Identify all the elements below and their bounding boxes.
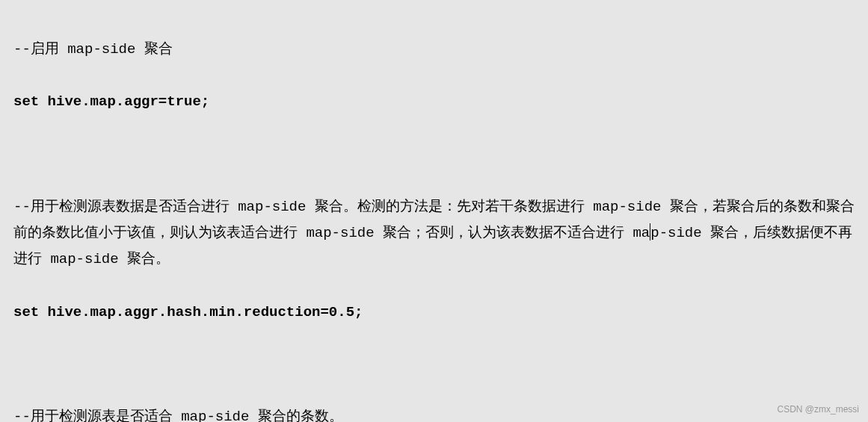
comment-text-after-cursor: p: [650, 225, 659, 241]
config-line-1: set hive.map.aggr=true;: [13, 89, 855, 115]
config-line-2: set hive.map.aggr.hash.min.reduction=0.5…: [13, 300, 855, 326]
blank-line: [13, 352, 855, 378]
watermark-text: CSDN @zmx_messi: [777, 401, 859, 418]
text-cursor: [650, 223, 650, 241]
comment-line-2: --用于检测源表数据是否适合进行 map-side 聚合。检测的方法是：先对若干…: [13, 194, 855, 273]
comment-line-3: --用于检测源表是否适合 map-side 聚合的条数。: [13, 404, 855, 422]
blank-line: [13, 142, 855, 168]
comment-line-1: --启用 map-side 聚合: [13, 37, 855, 63]
code-content: --启用 map-side 聚合 set hive.map.aggr=true;…: [13, 10, 855, 422]
